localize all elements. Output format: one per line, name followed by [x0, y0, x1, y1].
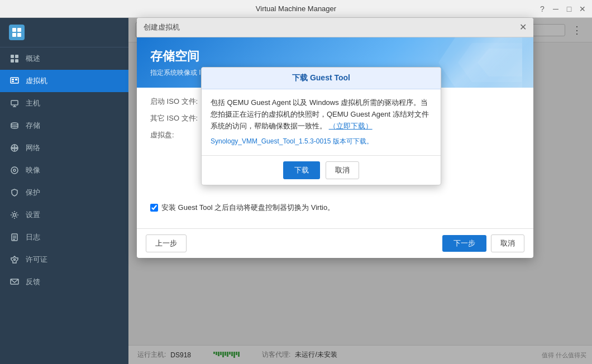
- svg-rect-7: [15, 59, 18, 63]
- sidebar-item-host-label: 主机: [26, 98, 40, 108]
- svg-rect-11: [12, 81, 14, 82]
- download-dialog-footer: 下载 取消: [202, 156, 441, 185]
- sidebar-item-host[interactable]: 主机: [0, 92, 128, 114]
- download-button[interactable]: 下载: [283, 161, 320, 179]
- svg-rect-6: [11, 59, 14, 63]
- vm-icon: [9, 75, 20, 87]
- storage-title: 存储空间: [150, 48, 520, 65]
- sidebar-item-network-label: 网络: [26, 143, 40, 153]
- sidebar-item-protection[interactable]: 保护: [0, 181, 128, 204]
- sidebar-item-settings[interactable]: 设置: [0, 204, 128, 226]
- sidebar-item-license-label: 许可证: [26, 255, 47, 265]
- help-button[interactable]: ?: [537, 4, 547, 14]
- title-bar: Virtual Machine Manager ? ─ □ ✕: [0, 0, 592, 18]
- svg-marker-29: [438, 37, 522, 88]
- minimize-button[interactable]: ─: [551, 4, 561, 14]
- svg-marker-30: [458, 43, 522, 82]
- sidebar-item-log[interactable]: 日志: [0, 226, 128, 248]
- settings-icon: [9, 209, 20, 221]
- svg-rect-5: [15, 55, 18, 58]
- dialog-close-button[interactable]: ✕: [519, 23, 527, 32]
- svg-point-20: [13, 214, 16, 217]
- download-cancel-button[interactable]: 取消: [326, 161, 359, 179]
- next-button[interactable]: 下一步: [442, 235, 486, 252]
- svg-rect-12: [11, 100, 18, 105]
- overview-icon: [9, 53, 20, 64]
- storage-icon: [9, 120, 20, 131]
- feedback-icon: [9, 276, 20, 288]
- sidebar-item-image-label: 映像: [26, 165, 40, 175]
- sidebar-item-overview-label: 概述: [26, 54, 40, 64]
- network-icon: [9, 142, 20, 154]
- prev-button[interactable]: 上一步: [146, 234, 187, 252]
- sidebar-item-feedback[interactable]: 反馈: [0, 271, 128, 293]
- dialog-footer: 上一步 下一步 取消: [137, 228, 533, 258]
- window-controls: ? ─ □ ✕: [537, 4, 588, 14]
- download-body-main: 包括 QEMU Guest Agent 以及 Windows 虚拟机所需的驱动程…: [211, 98, 429, 130]
- sidebar-item-protection-label: 保护: [26, 188, 40, 198]
- svg-rect-8: [11, 78, 18, 83]
- protection-icon: [9, 187, 20, 198]
- sidebar-item-settings-label: 设置: [26, 210, 40, 220]
- sidebar-item-overview[interactable]: 概述: [0, 47, 128, 70]
- sidebar-item-network[interactable]: 网络: [0, 137, 128, 159]
- sidebar-item-log-label: 日志: [26, 232, 40, 242]
- sidebar: 概述 虚拟机 主机 存储 网络: [0, 18, 128, 364]
- sidebar-logo: [0, 18, 128, 47]
- sidebar-item-storage[interactable]: 存储: [0, 114, 128, 137]
- svg-marker-31: [478, 49, 522, 76]
- dialog-titlebar: 创建虚拟机 ✕: [137, 18, 533, 37]
- svg-rect-4: [11, 55, 14, 58]
- svg-rect-2: [12, 33, 16, 37]
- sidebar-item-storage-label: 存储: [26, 121, 40, 131]
- svg-rect-0: [12, 28, 16, 32]
- svg-rect-10: [15, 79, 17, 80]
- cancel-button[interactable]: 取消: [491, 234, 524, 252]
- close-button[interactable]: ✕: [577, 4, 588, 14]
- download-dialog-title: 下载 Guest Tool: [292, 73, 350, 82]
- download-dialog-text: 包括 QEMU Guest Agent 以及 Windows 虚拟机所需的驱动程…: [211, 97, 432, 132]
- maximize-button[interactable]: □: [564, 4, 574, 14]
- download-now-link[interactable]: （立即下载）: [329, 122, 373, 130]
- guest-tool-checkbox-label: 安装 Guest Tool 之后自动将硬盘控制器切换为 Virtio。: [161, 203, 335, 213]
- log-icon: [9, 232, 20, 243]
- license-icon: [9, 254, 20, 265]
- svg-rect-3: [17, 33, 21, 37]
- guest-tool-checkbox[interactable]: [150, 204, 158, 212]
- sidebar-item-feedback-label: 反馈: [26, 277, 40, 287]
- svg-point-15: [11, 123, 18, 125]
- svg-point-18: [11, 167, 18, 174]
- svg-point-25: [14, 259, 16, 261]
- svg-rect-1: [17, 28, 21, 32]
- host-icon: [9, 98, 20, 109]
- download-version-text: Synology_VMM_Guest_Tool_1.5.3-0015 版本可下载…: [211, 136, 432, 147]
- sidebar-item-license[interactable]: 许可证: [0, 248, 128, 271]
- app-logo-icon: [9, 25, 25, 40]
- guest-tool-checkbox-row: 安装 Guest Tool 之后自动将硬盘控制器切换为 Virtio。: [150, 203, 520, 213]
- sidebar-item-vm[interactable]: 虚拟机: [0, 70, 128, 92]
- sidebar-item-vm-label: 虚拟机: [26, 76, 47, 86]
- download-dialog-header: 下载 Guest Tool: [202, 68, 441, 89]
- svg-point-19: [13, 169, 16, 171]
- image-icon: [9, 165, 20, 176]
- download-dialog-body: 包括 QEMU Guest Agent 以及 Windows 虚拟机所需的驱动程…: [202, 89, 441, 156]
- download-guest-tool-dialog: 下载 Guest Tool 包括 QEMU Guest Agent 以及 Win…: [201, 67, 441, 185]
- dialog-title: 创建虚拟机: [144, 22, 180, 32]
- sidebar-item-image[interactable]: 映像: [0, 159, 128, 181]
- svg-rect-9: [12, 79, 14, 80]
- window-title: Virtual Machine Manager: [256, 4, 336, 13]
